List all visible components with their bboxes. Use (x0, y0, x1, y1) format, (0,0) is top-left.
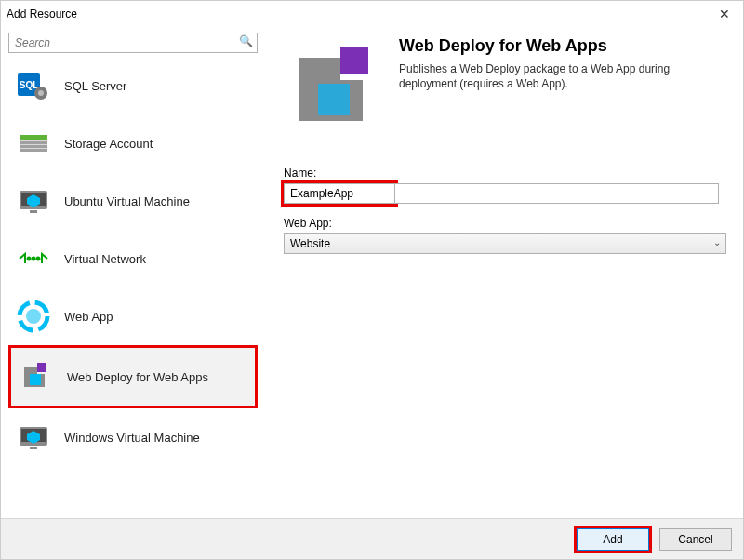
list-item-storage-account[interactable]: Storage Account (8, 114, 258, 172)
detail-description: Publishes a Web Deploy package to a Web … (399, 61, 726, 91)
web-deploy-large-icon (284, 36, 386, 139)
list-item-web-deploy[interactable]: Web Deploy for Web Apps (11, 348, 255, 406)
detail-form: Name: Web App: Website ⌄ (284, 167, 726, 254)
windows-vm-icon (14, 418, 53, 457)
name-input[interactable] (284, 183, 395, 204)
svg-point-15 (36, 257, 41, 261)
ubuntu-vm-icon (14, 181, 53, 220)
close-icon[interactable]: ✕ (711, 7, 737, 21)
search-icon: 🔍 (239, 34, 253, 47)
search-input[interactable] (9, 33, 257, 52)
svg-rect-7 (20, 144, 47, 145)
svg-rect-5 (20, 135, 47, 140)
add-resource-dialog: Add Resource ✕ 🔍 SQL SQL Server (0, 0, 744, 560)
webapp-select[interactable]: Website ⌄ (284, 233, 726, 254)
resource-list: SQL SQL Server Storage Account Ubuntu Vi… (8, 57, 258, 518)
list-item-windows-vm[interactable]: Windows Virtual Machine (8, 408, 258, 466)
highlight-name-input (284, 183, 395, 204)
svg-point-17 (26, 309, 41, 324)
list-item-sql-server[interactable]: SQL SQL Server (8, 57, 258, 114)
window-title: Add Resource (7, 7, 711, 20)
list-item-label: Virtual Network (64, 252, 146, 266)
cancel-button[interactable]: Cancel (659, 528, 732, 551)
add-button[interactable]: Add (577, 528, 649, 551)
svg-text:SQL: SQL (20, 80, 39, 90)
content-area: 🔍 SQL SQL Server Storage Account (1, 27, 743, 518)
web-app-icon (14, 297, 53, 336)
sql-server-icon: SQL (14, 66, 53, 105)
svg-rect-18 (37, 363, 46, 372)
svg-point-14 (32, 257, 36, 261)
vnet-icon (14, 239, 53, 278)
highlight-selected-item: Web Deploy for Web Apps (8, 345, 258, 408)
storage-icon (14, 124, 53, 163)
list-item-ubuntu-vm[interactable]: Ubuntu Virtual Machine (8, 172, 258, 230)
titlebar: Add Resource ✕ (1, 1, 743, 27)
list-item-web-app[interactable]: Web App (8, 287, 258, 345)
resource-list-panel: 🔍 SQL SQL Server Storage Account (8, 33, 258, 518)
name-label: Name: (284, 167, 726, 180)
web-deploy-icon (17, 357, 56, 396)
chevron-down-icon: ⌄ (713, 237, 721, 247)
svg-rect-6 (20, 140, 47, 141)
svg-rect-24 (340, 47, 368, 74)
svg-point-13 (27, 257, 32, 261)
webapp-select-value: Website (284, 233, 726, 254)
list-item-label: Web Deploy for Web Apps (67, 370, 208, 384)
detail-title: Web Deploy for Web Apps (399, 36, 726, 56)
list-item-label: Ubuntu Virtual Machine (64, 194, 190, 208)
list-item-virtual-network[interactable]: Virtual Network (8, 230, 258, 287)
list-item-label: Windows Virtual Machine (64, 431, 200, 445)
dialog-footer: Add Cancel (1, 518, 743, 559)
list-item-label: Storage Account (64, 137, 153, 151)
svg-rect-19 (30, 374, 41, 385)
list-item-label: Web App (64, 310, 113, 324)
detail-header: Web Deploy for Web Apps Publishes a Web … (284, 36, 726, 139)
svg-rect-8 (20, 148, 47, 149)
highlight-add-button: Add (574, 526, 652, 553)
svg-rect-25 (318, 84, 350, 115)
svg-rect-12 (30, 210, 37, 213)
list-item-label: SQL Server (64, 79, 126, 93)
svg-rect-23 (30, 447, 37, 449)
detail-panel: Web Deploy for Web Apps Publishes a Web … (258, 33, 736, 518)
webapp-label: Web App: (284, 217, 726, 230)
svg-point-3 (38, 90, 44, 96)
search-box[interactable]: 🔍 (8, 33, 258, 53)
name-input-rest[interactable] (395, 183, 719, 204)
